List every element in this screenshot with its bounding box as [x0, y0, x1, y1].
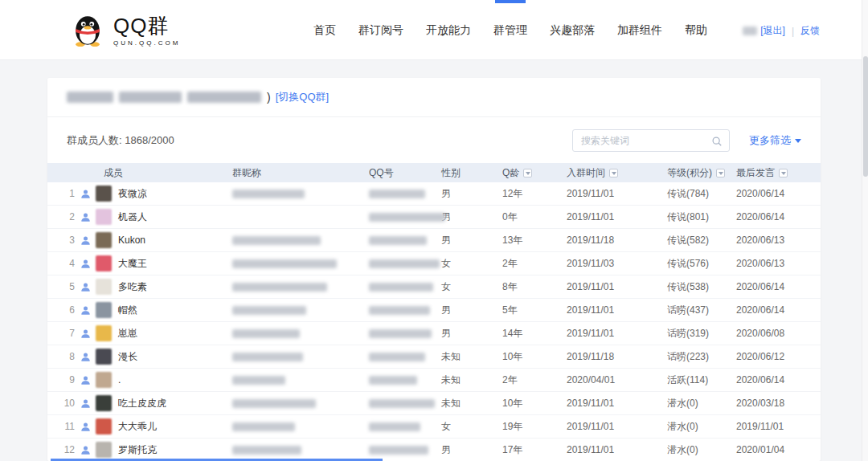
- search-icon[interactable]: [711, 136, 723, 147]
- member-avatar[interactable]: [96, 442, 112, 458]
- member-avatar[interactable]: [96, 372, 112, 388]
- q-age-cell: 17年: [502, 443, 567, 457]
- q-age-cell: 2年: [502, 257, 567, 271]
- table-row: 1夜微凉男12年2019/11/01传说(784)2020/06/14: [47, 182, 821, 206]
- member-person-icon: [80, 328, 91, 339]
- table-row: 10吃土皮皮虎未知10年2019/11/01潜水(0)2020/03/18: [47, 392, 821, 415]
- row-number: 9: [63, 374, 75, 386]
- logo-title: QQ群: [113, 14, 180, 38]
- member-name[interactable]: 大魔王: [118, 257, 147, 271]
- nav-item-qun-management[interactable]: 群管理: [482, 0, 538, 60]
- row-number: 6: [63, 304, 75, 316]
- member-name[interactable]: 夜微凉: [118, 187, 147, 201]
- member-name[interactable]: Kukon: [118, 235, 145, 246]
- member-cell: 6帽然: [63, 302, 232, 318]
- join-date-cell: 2019/11/01: [567, 211, 667, 222]
- q-age-cell: 14年: [502, 327, 567, 341]
- member-avatar[interactable]: [96, 395, 112, 411]
- member-count: 群成员人数: 1868/2000: [67, 133, 174, 148]
- last-post-cell: 2020/06/14: [736, 188, 805, 199]
- logo-subtitle: QUN.QQ.COM: [113, 39, 180, 47]
- logout-link[interactable]: [退出]: [760, 24, 785, 38]
- sort-filter-icon[interactable]: [523, 169, 532, 177]
- nav-item-join-qun-widget[interactable]: 加群组件: [606, 0, 674, 60]
- qq-qun-logo[interactable]: QQ群 QUN.QQ.COM: [69, 10, 180, 49]
- member-avatar[interactable]: [96, 186, 112, 202]
- qq-number-cell: [369, 235, 441, 246]
- level-cell: 活跃(114): [667, 373, 736, 387]
- column-label: QQ号: [369, 166, 394, 180]
- column-header-join-time[interactable]: 入群时间: [567, 166, 667, 180]
- group-name-redacted: [119, 92, 182, 103]
- join-date-cell: 2019/11/18: [567, 351, 667, 362]
- member-avatar[interactable]: [96, 325, 112, 341]
- member-avatar[interactable]: [96, 232, 112, 248]
- last-post-cell: 2020/06/14: [736, 211, 805, 222]
- level-cell: 话唠(437): [667, 304, 736, 317]
- member-name[interactable]: 多吃素: [118, 280, 147, 294]
- join-date-cell: 2019/11/03: [567, 258, 667, 269]
- last-post-cell: 2020/03/18: [736, 398, 805, 409]
- table-row: 3Kukon男13年2019/11/18传说(582)2020/06/13: [47, 229, 821, 252]
- member-avatar[interactable]: [96, 418, 112, 434]
- sort-filter-icon[interactable]: [716, 169, 725, 177]
- sort-filter-icon[interactable]: [779, 169, 788, 177]
- nickname-cell: [232, 398, 369, 409]
- member-cell: 11大大乖儿: [63, 418, 232, 434]
- qq-number-cell: [369, 188, 441, 199]
- q-age-cell: 13年: [502, 234, 567, 247]
- member-avatar[interactable]: [96, 302, 112, 318]
- member-name[interactable]: .: [118, 374, 121, 386]
- member-name[interactable]: 漫长: [118, 350, 137, 364]
- qq-number-cell: [369, 328, 441, 339]
- sort-filter-icon[interactable]: [609, 169, 618, 177]
- member-count-value: 1868/2000: [125, 134, 174, 146]
- last-post-cell: 2020/06/08: [736, 328, 805, 339]
- member-name[interactable]: 崽崽: [118, 327, 137, 341]
- switch-group-link[interactable]: [切换QQ群]: [276, 90, 329, 104]
- scrollbar-thumb[interactable]: [863, 56, 868, 177]
- column-header-last-post[interactable]: 最后发言: [736, 166, 805, 180]
- group-name-redacted: [67, 92, 113, 103]
- nickname-cell: [232, 235, 369, 246]
- more-filters-link[interactable]: 更多筛选: [749, 133, 801, 148]
- member-name[interactable]: 机器人: [118, 210, 147, 224]
- member-avatar[interactable]: [96, 255, 112, 271]
- member-name[interactable]: 罗斯托克: [118, 443, 157, 457]
- nav-item-interest-tribe[interactable]: 兴趣部落: [538, 0, 606, 60]
- column-header-gender: 性别: [441, 166, 502, 180]
- member-cell: 2机器人: [63, 209, 232, 225]
- nickname-redacted: [232, 190, 305, 198]
- row-number: 1: [63, 188, 75, 199]
- nav-item-open-capability[interactable]: 开放能力: [415, 0, 482, 60]
- member-avatar[interactable]: [96, 279, 112, 295]
- member-avatar[interactable]: [96, 209, 112, 225]
- column-header-level-points[interactable]: 等级(积分): [667, 166, 736, 180]
- member-name[interactable]: 吃土皮皮虎: [118, 397, 166, 410]
- column-header-q-age[interactable]: Q龄: [502, 166, 567, 180]
- member-person-icon: [80, 422, 91, 432]
- qq-number-cell: [369, 211, 441, 222]
- member-name[interactable]: 大大乖儿: [118, 420, 157, 434]
- table-row: 9.未知2年2020/04/01活跃(114)2020/06/14: [47, 369, 821, 392]
- page-scrollbar[interactable]: [862, 0, 868, 461]
- member-avatar[interactable]: [96, 349, 112, 365]
- feedback-link[interactable]: 反馈: [800, 24, 820, 38]
- level-cell: 传说(801): [667, 210, 736, 224]
- member-person-icon: [80, 375, 91, 386]
- member-name[interactable]: 帽然: [118, 304, 137, 317]
- nav-item-help[interactable]: 帮助: [674, 0, 719, 60]
- nav-item-qun-subscription[interactable]: 群订阅号: [347, 0, 415, 60]
- level-cell: 潜水(0): [667, 420, 736, 434]
- q-age-cell: 5年: [502, 304, 567, 317]
- logo-text: QQ群 QUN.QQ.COM: [113, 14, 180, 47]
- table-row: 8漫长未知10年2019/11/18话唠(223)2020/06/12: [47, 345, 821, 369]
- qq-number-redacted: [369, 259, 440, 268]
- qq-number-redacted: [369, 329, 432, 338]
- nav-item-home[interactable]: 首页: [302, 0, 347, 60]
- member-cell: 9.: [63, 372, 232, 388]
- search-input[interactable]: [573, 130, 705, 151]
- nickname-redacted: [232, 376, 285, 385]
- qq-penguin-icon: [69, 10, 106, 49]
- table-row: 12罗斯托克男17年2019/11/01潜水(0)2020/01/04: [47, 439, 821, 461]
